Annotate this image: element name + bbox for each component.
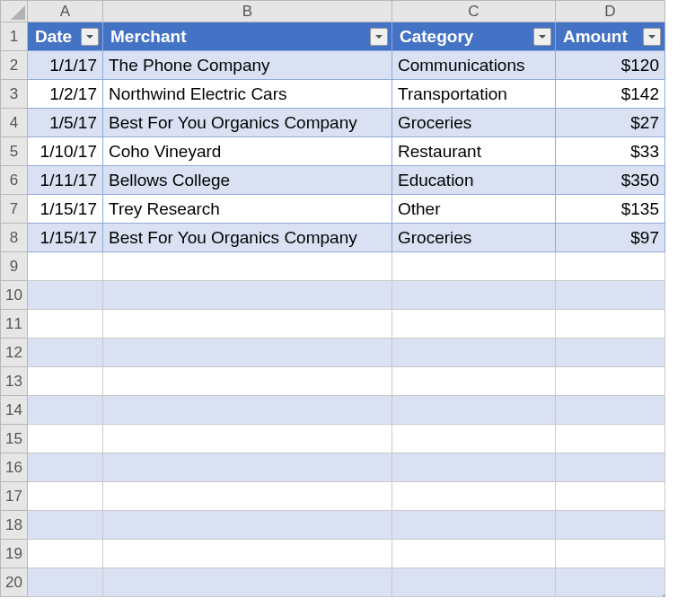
empty-cell[interactable]	[556, 568, 665, 597]
empty-cell[interactable]	[103, 281, 392, 310]
empty-cell[interactable]	[28, 339, 103, 367]
cell-merchant[interactable]: The Phone Company	[103, 51, 392, 80]
cell-date[interactable]: 1/2/17	[28, 80, 103, 109]
empty-cell[interactable]	[556, 367, 665, 396]
cell-date[interactable]: 1/15/17	[28, 195, 103, 224]
empty-cell[interactable]	[556, 482, 665, 511]
spreadsheet-grid[interactable]: A B C D 1DateMerchantCategoryAmount21/1/…	[0, 0, 665, 597]
empty-cell[interactable]	[556, 511, 665, 540]
row-header-2[interactable]: 2	[1, 51, 28, 80]
empty-cell[interactable]	[103, 252, 392, 281]
row-header-3[interactable]: 3	[1, 80, 28, 109]
cell-amount[interactable]: $27	[556, 109, 665, 137]
cell-merchant[interactable]: Best For You Organics Company	[103, 224, 392, 252]
cell-merchant[interactable]: Trey Research	[103, 195, 392, 224]
table-header-date[interactable]: Date	[28, 22, 103, 51]
empty-cell[interactable]	[28, 540, 103, 568]
cell-amount[interactable]: $142	[556, 80, 665, 109]
empty-cell[interactable]	[103, 511, 392, 540]
cell-date[interactable]: 1/10/17	[28, 137, 103, 166]
empty-cell[interactable]	[392, 367, 556, 396]
empty-cell[interactable]	[556, 540, 665, 568]
cell-category[interactable]: Transportation	[392, 80, 556, 109]
empty-cell[interactable]	[392, 310, 556, 339]
row-header-10[interactable]: 10	[1, 281, 28, 310]
empty-cell[interactable]	[392, 511, 556, 540]
filter-date[interactable]	[81, 28, 99, 46]
cell-merchant[interactable]: Northwind Electric Cars	[103, 80, 392, 109]
empty-cell[interactable]	[28, 367, 103, 396]
empty-cell[interactable]	[392, 453, 556, 482]
empty-cell[interactable]	[28, 252, 103, 281]
empty-cell[interactable]	[103, 482, 392, 511]
cell-merchant[interactable]: Bellows College	[103, 166, 392, 195]
filter-category[interactable]	[533, 28, 551, 46]
filter-merchant[interactable]	[370, 28, 388, 46]
empty-cell[interactable]	[556, 310, 665, 339]
cell-amount[interactable]: $97	[556, 224, 665, 252]
row-header-12[interactable]: 12	[1, 339, 28, 367]
row-header-17[interactable]: 17	[1, 482, 28, 511]
cell-category[interactable]: Restaurant	[392, 137, 556, 166]
empty-cell[interactable]	[392, 568, 556, 597]
row-header-6[interactable]: 6	[1, 166, 28, 195]
empty-cell[interactable]	[103, 367, 392, 396]
row-header-11[interactable]: 11	[1, 310, 28, 339]
cell-date[interactable]: 1/15/17	[28, 224, 103, 252]
filter-amount[interactable]	[643, 28, 661, 46]
empty-cell[interactable]	[392, 339, 556, 367]
row-header-5[interactable]: 5	[1, 137, 28, 166]
empty-cell[interactable]	[392, 482, 556, 511]
empty-cell[interactable]	[28, 511, 103, 540]
empty-cell[interactable]	[556, 252, 665, 281]
column-header-B[interactable]: B	[103, 1, 392, 22]
empty-cell[interactable]	[103, 396, 392, 425]
empty-cell[interactable]	[556, 396, 665, 425]
row-header-19[interactable]: 19	[1, 540, 28, 568]
table-header-category[interactable]: Category	[392, 22, 556, 51]
row-header-14[interactable]: 14	[1, 396, 28, 425]
table-header-amount[interactable]: Amount	[556, 22, 665, 51]
row-header-8[interactable]: 8	[1, 224, 28, 252]
empty-cell[interactable]	[103, 568, 392, 597]
empty-cell[interactable]	[392, 396, 556, 425]
cell-amount[interactable]: $33	[556, 137, 665, 166]
cell-date[interactable]: 1/11/17	[28, 166, 103, 195]
empty-cell[interactable]	[28, 453, 103, 482]
column-header-C[interactable]: C	[392, 1, 556, 22]
empty-cell[interactable]	[392, 252, 556, 281]
empty-cell[interactable]	[392, 281, 556, 310]
row-header-13[interactable]: 13	[1, 367, 28, 396]
column-header-A[interactable]: A	[28, 1, 103, 22]
cell-category[interactable]: Groceries	[392, 224, 556, 252]
cell-category[interactable]: Communications	[392, 51, 556, 80]
empty-cell[interactable]	[28, 425, 103, 453]
column-header-D[interactable]: D	[556, 1, 665, 22]
cell-category[interactable]: Other	[392, 195, 556, 224]
empty-cell[interactable]	[28, 281, 103, 310]
row-header-16[interactable]: 16	[1, 453, 28, 482]
row-header-4[interactable]: 4	[1, 109, 28, 137]
empty-cell[interactable]	[556, 281, 665, 310]
row-header-15[interactable]: 15	[1, 425, 28, 453]
cell-merchant[interactable]: Coho Vineyard	[103, 137, 392, 166]
cell-date[interactable]: 1/1/17	[28, 51, 103, 80]
cell-amount[interactable]: $350	[556, 166, 665, 195]
empty-cell[interactable]	[392, 540, 556, 568]
empty-cell[interactable]	[556, 453, 665, 482]
cell-amount[interactable]: $135	[556, 195, 665, 224]
empty-cell[interactable]	[103, 339, 392, 367]
empty-cell[interactable]	[103, 540, 392, 568]
empty-cell[interactable]	[103, 425, 392, 453]
empty-cell[interactable]	[28, 482, 103, 511]
row-header-1[interactable]: 1	[1, 22, 28, 51]
row-header-7[interactable]: 7	[1, 195, 28, 224]
cell-merchant[interactable]: Best For You Organics Company	[103, 109, 392, 137]
empty-cell[interactable]	[103, 453, 392, 482]
row-header-20[interactable]: 20	[1, 568, 28, 597]
row-header-18[interactable]: 18	[1, 511, 28, 540]
cell-category[interactable]: Groceries	[392, 109, 556, 137]
row-header-9[interactable]: 9	[1, 252, 28, 281]
table-header-merchant[interactable]: Merchant	[103, 22, 392, 51]
empty-cell[interactable]	[103, 310, 392, 339]
